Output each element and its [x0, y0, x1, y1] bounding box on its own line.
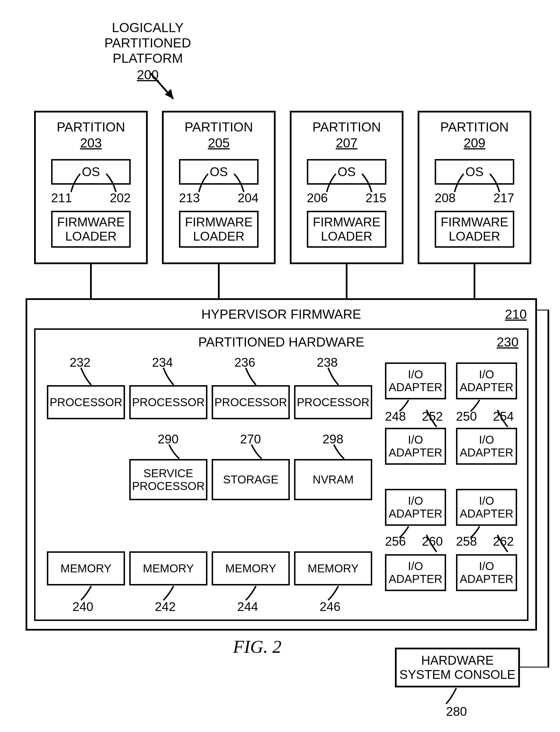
lead-246	[325, 585, 342, 602]
io-adapter-262: I/OADAPTER	[456, 554, 517, 591]
hypervisor-console-link	[520, 310, 554, 667]
partitioned-hw-title: PARTITIONED HARDWARE	[198, 334, 364, 350]
partition-links	[0, 264, 560, 301]
ref-230: 230	[497, 334, 519, 350]
processor-234: PROCESSOR	[129, 385, 207, 419]
nvram: NVRAM	[294, 459, 372, 500]
io-adapter-260: I/OADAPTER	[385, 554, 446, 591]
lead-206	[324, 173, 341, 196]
memory-244: MEMORY	[212, 551, 290, 585]
figure-label: FIG. 2	[233, 636, 282, 657]
lead-238	[325, 367, 342, 386]
hypervisor-outer: HYPERVISOR FIRMWARE 210 PARTITIONED HARD…	[26, 298, 537, 631]
partition-207: PARTITION 207 OS 206 215 FIRMWARE LOADER	[290, 111, 403, 264]
lead-236	[243, 367, 260, 386]
lead-240	[78, 585, 95, 602]
lead-234	[161, 367, 178, 386]
lead-248	[398, 399, 412, 413]
memory-246: MEMORY	[294, 551, 372, 585]
lead-252	[425, 409, 439, 429]
lead-232	[78, 367, 95, 386]
io-adapter-252: I/OADAPTER	[385, 428, 446, 465]
service-processor: SERVICE PROCESSOR	[129, 459, 207, 500]
fw-loader-203: FIRMWARE LOADER	[51, 211, 131, 248]
processor-238: PROCESSOR	[294, 385, 372, 419]
partition-209: PARTITION 209 OS 208 217 FIRMWARE LOADER	[418, 111, 531, 264]
hypervisor-title: HYPERVISOR FIRMWARE	[201, 307, 361, 322]
io-adapter-254: I/OADAPTER	[456, 428, 517, 465]
lead-211	[68, 173, 85, 196]
fw-loader-205: FIRMWARE LOADER	[179, 211, 259, 248]
partition-205: PARTITION 205 OS 213 204 FIRMWARE LOADER	[162, 111, 276, 264]
lead-256	[398, 526, 412, 540]
io-adapter-250: I/OADAPTER	[456, 363, 517, 399]
lead-258	[469, 526, 483, 540]
lead-217	[486, 173, 503, 196]
lead-213	[196, 173, 213, 196]
lead-208	[452, 173, 469, 196]
lead-242	[161, 585, 178, 602]
lead-215	[358, 173, 375, 196]
lead-280	[443, 687, 460, 707]
io-adapter-248: I/OADAPTER	[385, 363, 446, 399]
header-arrow	[148, 70, 182, 107]
processor-236: PROCESSOR	[212, 385, 290, 419]
lead-204	[230, 173, 247, 196]
fw-loader-207: FIRMWARE LOADER	[307, 211, 386, 248]
lead-244	[243, 585, 260, 602]
memory-240: MEMORY	[47, 551, 125, 585]
processor-232: PROCESSOR	[47, 385, 125, 419]
partition-203: PARTITION 203 OS 211 202 FIRMWARE LOADER	[34, 111, 148, 264]
lead-298	[331, 443, 348, 460]
storage: STORAGE	[212, 459, 290, 500]
lead-262	[496, 534, 510, 554]
lead-270	[249, 443, 266, 460]
lead-202	[102, 173, 119, 196]
lead-290	[166, 443, 183, 460]
hardware-system-console: HARDWARE SYSTEM CONSOLE	[395, 648, 520, 687]
lead-250	[469, 399, 483, 413]
lead-254	[496, 409, 510, 429]
fw-loader-209: FIRMWARE LOADER	[435, 211, 514, 248]
partitioned-hardware: PARTITIONED HARDWARE 230 232 234 236 238…	[34, 329, 528, 621]
memory-242: MEMORY	[129, 551, 207, 585]
io-adapter-258: I/OADAPTER	[456, 489, 517, 526]
io-adapter-256: I/OADAPTER	[385, 489, 446, 526]
lead-260	[425, 534, 439, 554]
